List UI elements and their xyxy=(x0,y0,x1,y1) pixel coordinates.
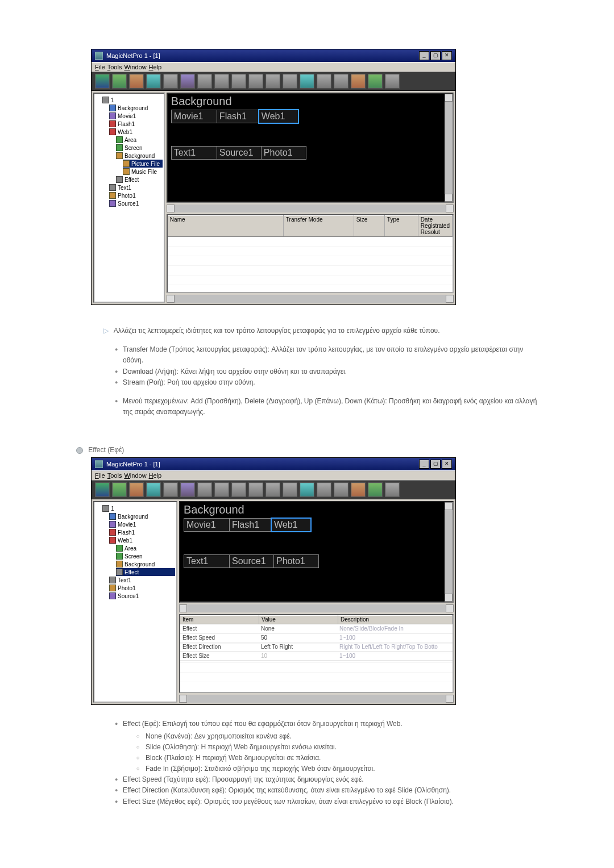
tree-item[interactable]: Movie1 xyxy=(109,520,175,528)
tool-5[interactable] xyxy=(163,482,178,497)
canvas-scrollbar-v[interactable] xyxy=(445,94,453,202)
menu-window[interactable]: Window xyxy=(124,472,146,479)
tool-12[interactable] xyxy=(283,482,297,497)
tool-4[interactable] xyxy=(146,74,161,89)
tree-item[interactable]: Web1 xyxy=(109,128,163,136)
tool-15[interactable] xyxy=(334,74,349,89)
tool-16[interactable] xyxy=(351,74,366,89)
tool-17[interactable] xyxy=(368,482,383,497)
close-icon[interactable]: ✕ xyxy=(442,51,452,60)
slot-movie[interactable]: Movie1 xyxy=(171,110,218,123)
tree-item[interactable]: Music File xyxy=(123,168,163,176)
table-row[interactable]: Effect Speed 50 1~100 xyxy=(180,633,453,642)
grid-scrollbar-h[interactable] xyxy=(179,695,454,703)
tree-root[interactable]: 1 xyxy=(102,504,175,512)
menu-file[interactable]: File xyxy=(95,64,105,70)
tool-10[interactable] xyxy=(248,74,263,89)
slot-photo[interactable]: Photo1 xyxy=(273,554,319,568)
menu-help[interactable]: Help xyxy=(149,64,162,70)
tool-13[interactable] xyxy=(300,482,314,497)
tool-8[interactable] xyxy=(214,482,229,497)
grid-scrollbar-h[interactable] xyxy=(167,295,454,303)
col-item[interactable]: Item xyxy=(180,615,259,624)
tree-item[interactable]: Area xyxy=(116,136,163,144)
tree-item[interactable]: Movie1 xyxy=(109,112,163,120)
maximize-icon[interactable]: ▢ xyxy=(430,51,441,60)
tool-1[interactable] xyxy=(95,74,110,89)
tree-item[interactable]: Flash1 xyxy=(109,120,163,128)
tool-18[interactable] xyxy=(385,482,400,497)
table-row[interactable]: Effect None None/Slide/Block/Fade In xyxy=(180,624,453,633)
tool-11[interactable] xyxy=(265,74,280,89)
slot-photo[interactable]: Photo1 xyxy=(261,146,306,160)
slot-flash[interactable]: Flash1 xyxy=(217,110,260,123)
menu-help[interactable]: Help xyxy=(149,472,162,479)
tree-item[interactable]: Web1 xyxy=(109,536,175,544)
tool-2[interactable] xyxy=(112,482,127,497)
col-desc[interactable]: Description xyxy=(338,615,453,624)
slot-web[interactable]: Web1 xyxy=(259,110,298,123)
col-size[interactable]: Size xyxy=(354,215,385,236)
tool-9[interactable] xyxy=(231,482,246,497)
tool-13[interactable] xyxy=(300,74,314,89)
tool-12[interactable] xyxy=(283,74,297,89)
menu-tools[interactable]: Tools xyxy=(107,64,122,70)
canvas-scrollbar-h[interactable] xyxy=(179,604,454,612)
slot-flash[interactable]: Flash1 xyxy=(229,518,272,532)
table-row[interactable]: Effect Size 10 1~100 xyxy=(180,652,453,661)
tree-item-selected[interactable]: Picture File xyxy=(123,160,163,168)
canvas-scrollbar-h[interactable] xyxy=(167,205,454,212)
tree-item[interactable]: Effect xyxy=(116,176,163,183)
maximize-icon[interactable]: ▢ xyxy=(430,460,441,469)
col-value[interactable]: Value xyxy=(259,615,338,624)
tree-item[interactable]: Flash1 xyxy=(109,528,175,536)
menu-tools[interactable]: Tools xyxy=(107,472,122,479)
tree-item[interactable]: Screen xyxy=(116,552,175,560)
tool-4[interactable] xyxy=(146,482,161,497)
tool-16[interactable] xyxy=(351,482,366,497)
tool-14[interactable] xyxy=(317,74,331,89)
menu-window[interactable]: Window xyxy=(124,64,146,70)
tool-7[interactable] xyxy=(197,482,212,497)
tool-2[interactable] xyxy=(112,74,127,89)
col-transfer[interactable]: Transfer Mode xyxy=(284,215,354,236)
canvas-scrollbar-v[interactable] xyxy=(445,502,453,602)
menu-file[interactable]: File xyxy=(95,472,105,479)
slot-source[interactable]: Source1 xyxy=(217,146,262,160)
close-icon[interactable]: ✕ xyxy=(442,460,452,469)
tool-17[interactable] xyxy=(368,74,383,89)
tree-item[interactable]: Text1 xyxy=(109,576,175,584)
tool-14[interactable] xyxy=(317,482,331,497)
tool-15[interactable] xyxy=(334,482,349,497)
tree-item[interactable]: Text1 xyxy=(109,183,163,191)
tree-item[interactable]: Photo1 xyxy=(109,191,163,199)
col-date[interactable]: Date Registrated Resolut xyxy=(418,215,453,236)
tree-item[interactable]: Source1 xyxy=(109,592,175,600)
tree-item-selected[interactable]: Effect xyxy=(116,568,175,576)
tool-7[interactable] xyxy=(197,74,212,89)
tree-item[interactable]: Background xyxy=(116,560,175,568)
tool-5[interactable] xyxy=(163,74,178,89)
tree-item[interactable]: Screen xyxy=(116,144,163,152)
tree-item[interactable]: Background xyxy=(109,512,175,520)
tool-3[interactable] xyxy=(129,74,144,89)
tool-6[interactable] xyxy=(180,482,195,497)
tool-6[interactable] xyxy=(180,74,195,89)
col-type[interactable]: Type xyxy=(385,215,418,236)
tool-11[interactable] xyxy=(265,482,280,497)
tool-10[interactable] xyxy=(248,482,263,497)
tool-18[interactable] xyxy=(385,74,400,89)
tree-root[interactable]: 1 xyxy=(102,96,163,104)
tree-item[interactable]: Source1 xyxy=(109,199,163,207)
slot-text[interactable]: Text1 xyxy=(171,146,218,160)
tree-item[interactable]: Background xyxy=(116,152,163,160)
tool-1[interactable] xyxy=(95,482,110,497)
table-row[interactable]: Effect Direction Left To Right Right To … xyxy=(180,642,453,652)
slot-source[interactable]: Source1 xyxy=(229,554,275,568)
minimize-icon[interactable]: _ xyxy=(419,460,429,469)
slot-web[interactable]: Web1 xyxy=(271,518,311,532)
tool-9[interactable] xyxy=(231,74,246,89)
tool-3[interactable] xyxy=(129,482,144,497)
col-name[interactable]: Name xyxy=(168,215,284,236)
tree-item[interactable]: Background xyxy=(109,104,163,112)
